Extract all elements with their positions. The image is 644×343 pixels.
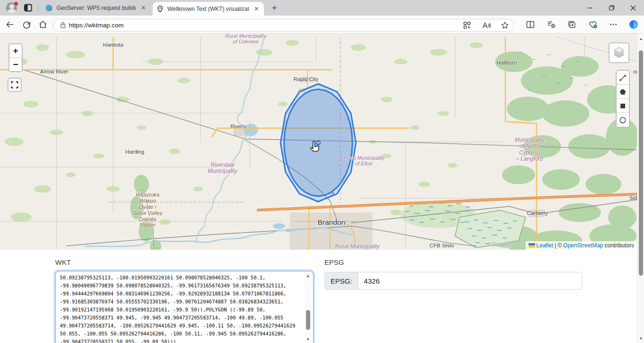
layers-control[interactable] <box>609 42 629 63</box>
map-pin-favicon <box>157 5 164 13</box>
scroll-down-arrow[interactable]: ▼ <box>637 335 644 342</box>
wkt-section-label: WKT <box>55 258 71 266</box>
scroll-down-arrow[interactable]: ▼ <box>305 336 312 343</box>
tab-strip-separator <box>38 4 39 12</box>
draw-circle-button[interactable] <box>617 113 629 127</box>
back-icon[interactable] <box>3 19 17 30</box>
settings-menu-icon[interactable] <box>607 19 620 30</box>
new-tab-button[interactable]: + <box>269 2 280 14</box>
refresh-icon[interactable] <box>19 19 33 30</box>
page-scrollbar[interactable]: ▲ ▼ <box>637 33 644 343</box>
tab-close-icon[interactable]: ✕ <box>140 4 147 12</box>
split-screen-icon[interactable] <box>524 19 537 30</box>
add-favorite-star-icon[interactable] <box>500 21 510 30</box>
map-viewport[interactable]: ✈ <box>0 33 637 250</box>
draw-toolbar <box>616 70 630 128</box>
wkt-textarea-wrap: 50.09238795325113, -100.01950903220161 5… <box>55 271 314 343</box>
apps-grid-icon[interactable] <box>462 21 472 30</box>
shape-center-marker[interactable] <box>316 140 321 146</box>
tab-actions-icon[interactable] <box>24 3 33 12</box>
zoom-out-button[interactable]: − <box>9 58 22 71</box>
lake <box>285 229 292 232</box>
home-icon[interactable] <box>36 19 50 30</box>
draw-polygon-button[interactable] <box>617 85 629 99</box>
map-attribution: Leaflet | © OpenStreetMap contributors <box>526 241 637 250</box>
lake <box>273 223 285 229</box>
window-controls <box>579 0 644 16</box>
close-button[interactable] <box>622 0 644 16</box>
browser-essentials-icon[interactable] <box>586 19 599 30</box>
epsg-prefix-label: EPSG: <box>324 272 358 290</box>
geoserver-favicon <box>45 4 53 12</box>
tab-close-icon[interactable]: ✕ <box>253 5 260 13</box>
epsg-input-group: EPSG: <box>324 272 582 290</box>
address-bar[interactable]: https://wktmap.com <box>53 19 514 32</box>
zoom-control: + − <box>8 43 23 72</box>
map-canvas[interactable]: ✈ <box>0 33 637 250</box>
scrollbar-thumb[interactable] <box>306 310 310 330</box>
ukraine-flag-icon <box>528 243 535 248</box>
draw-rectangle-button[interactable] <box>617 99 629 113</box>
minimize-button[interactable] <box>579 0 601 16</box>
wkt-textarea[interactable]: 50.09238795325113, -100.01950903220161 5… <box>56 271 313 343</box>
tab-title: Wellknown Text (WKT) visualizatio <box>167 6 249 12</box>
copyright-symbol: © <box>558 242 562 249</box>
scrollbar-thumb[interactable] <box>639 50 643 276</box>
collections-icon[interactable] <box>565 19 578 30</box>
fullscreen-button[interactable] <box>8 78 22 92</box>
restore-button[interactable] <box>601 0 622 16</box>
scroll-up-arrow[interactable]: ▲ <box>305 272 312 279</box>
tab-geoserver[interactable]: GeoServer: WPS request builder ✕ <box>41 0 151 16</box>
profile-notification-dot <box>14 1 18 6</box>
site-lock-icon[interactable] <box>60 22 66 29</box>
tab-title: GeoServer: WPS request builder <box>57 5 136 11</box>
zoom-in-button[interactable]: + <box>9 44 22 58</box>
lake <box>244 124 258 136</box>
osm-link[interactable]: OpenStreetMap <box>563 242 603 249</box>
epsg-section-label: EPSG <box>324 258 344 266</box>
copilot-icon[interactable] <box>627 19 640 30</box>
brandon-urban-area <box>290 212 372 250</box>
rapid-city-urban-area <box>299 77 314 82</box>
scroll-up-arrow[interactable]: ▲ <box>637 35 644 42</box>
url-text[interactable]: https://wktmap.com <box>69 22 124 29</box>
contributors-text: contributors <box>604 242 634 249</box>
favorites-icon[interactable] <box>545 19 558 30</box>
draw-polyline-button[interactable] <box>617 71 629 85</box>
epsg-input[interactable] <box>358 272 582 290</box>
read-aloud-icon[interactable] <box>481 21 491 30</box>
wkt-textarea-scrollbar[interactable]: ▲ ▼ <box>305 272 312 343</box>
leaflet-link[interactable]: Leaflet <box>537 242 553 249</box>
attribution-separator: | <box>555 242 556 249</box>
tab-wkt-active[interactable]: Wellknown Text (WKT) visualizatio ✕ <box>153 2 264 16</box>
